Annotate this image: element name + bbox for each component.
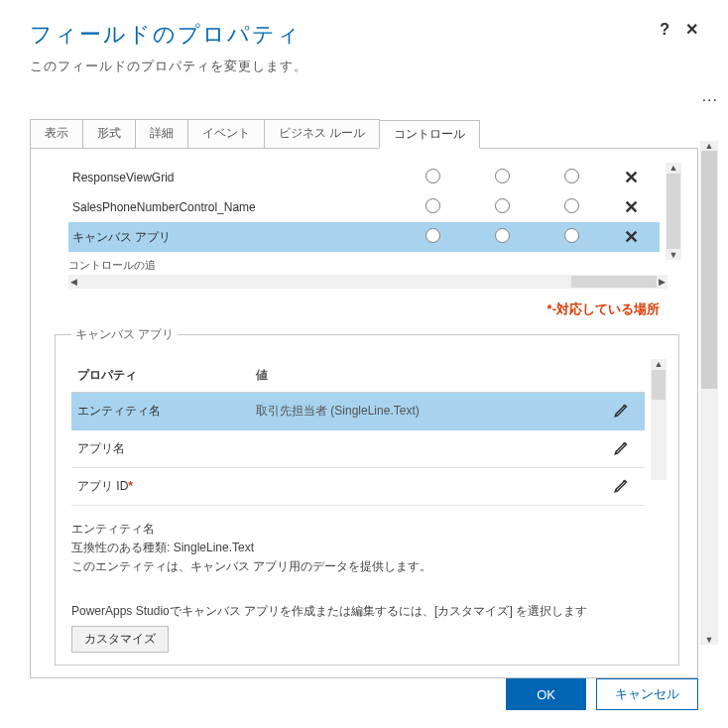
close-icon[interactable]: ✕ [685, 20, 698, 39]
radio-tablet[interactable] [564, 198, 579, 213]
tab-details[interactable]: 詳細 [135, 119, 188, 148]
help-icon[interactable]: ? [660, 21, 669, 39]
desc-name: エンティティ名 [71, 520, 667, 539]
property-value: 取引先担当者 (SingleLine.Text) [256, 403, 605, 420]
property-description: エンティティ名 互換性のある種類: SingleLine.Text このエンティ… [71, 520, 667, 577]
tab-controls[interactable]: コントロール [379, 120, 480, 149]
controls-truncated-label: コントロールの追 [43, 258, 685, 273]
desc-text: このエンティティは、キャンバス アプリ用のデータを提供します。 [71, 557, 667, 576]
scroll-right-icon[interactable]: ▶ [659, 277, 666, 287]
radio-phone[interactable] [495, 228, 510, 243]
tab-format[interactable]: 形式 [82, 119, 136, 148]
controls-hscrollbar[interactable]: ◀ ▶ [68, 275, 667, 289]
scroll-down-icon[interactable]: ▼ [669, 250, 678, 260]
controls-list: ResponseViewGrid ✕ SalesPhoneNumberContr… [43, 163, 685, 252]
scroll-left-icon[interactable]: ◀ [70, 277, 77, 287]
property-row[interactable]: アプリ ID* [71, 468, 645, 506]
control-row[interactable]: SalesPhoneNumberControl_Name ✕ [68, 192, 660, 222]
radio-phone[interactable] [495, 169, 510, 183]
header-property: プロパティ [77, 367, 256, 384]
edit-icon[interactable] [605, 401, 639, 422]
tab-content: ResponseViewGrid ✕ SalesPhoneNumberContr… [30, 149, 698, 678]
edit-icon[interactable] [605, 438, 639, 459]
radio-web[interactable] [425, 198, 440, 213]
tabs: 表示 形式 詳細 イベント ビジネス ルール コントロール [30, 119, 698, 149]
page-subtitle: このフィールドのプロパティを変更します。 [30, 58, 698, 75]
ok-button[interactable]: OK [506, 678, 586, 710]
outer-vscrollbar[interactable]: ▲ ▼ [700, 141, 718, 645]
remove-control-icon[interactable]: ✕ [606, 198, 656, 216]
tab-business-rules[interactable]: ビジネス ルール [264, 119, 380, 148]
canvas-app-fieldset: キャンバス アプリ プロパティ 値 エンティティ名 取引先担当者 (Single… [55, 326, 679, 666]
scroll-up-icon[interactable]: ▲ [655, 359, 664, 369]
tab-display[interactable]: 表示 [30, 119, 83, 148]
cancel-button[interactable]: キャンセル [596, 678, 698, 710]
header-value: 値 [256, 367, 605, 384]
controls-vscrollbar[interactable]: ▲ ▼ [666, 163, 681, 260]
control-name: キャンバス アプリ [72, 229, 398, 246]
property-name: アプリ ID* [77, 478, 256, 495]
support-note: *-対応している場所 [43, 301, 660, 318]
overflow-menu-icon[interactable]: ... [702, 87, 718, 105]
remove-control-icon[interactable]: ✕ [606, 169, 656, 186]
canvas-legend: キャンバス アプリ [71, 326, 178, 343]
property-name: エンティティ名 [77, 403, 256, 420]
properties-vscrollbar[interactable]: ▲ [651, 359, 667, 480]
desc-compat: 互換性のある種類: SingleLine.Text [71, 539, 667, 557]
scroll-down-icon[interactable]: ▼ [705, 635, 714, 645]
scroll-up-icon[interactable]: ▲ [705, 141, 714, 151]
property-table: プロパティ 値 エンティティ名 取引先担当者 (SingleLine.Text)… [71, 359, 667, 506]
control-row[interactable]: キャンバス アプリ ✕ [68, 222, 660, 252]
radio-phone[interactable] [495, 198, 510, 213]
property-row[interactable]: アプリ名 [71, 430, 645, 468]
radio-web[interactable] [425, 228, 440, 243]
radio-web[interactable] [425, 169, 440, 183]
tab-events[interactable]: イベント [187, 119, 265, 148]
radio-tablet[interactable] [564, 169, 579, 183]
edit-icon[interactable] [605, 476, 639, 497]
scroll-up-icon[interactable]: ▲ [669, 163, 678, 173]
property-row[interactable]: エンティティ名 取引先担当者 (SingleLine.Text) [71, 393, 645, 430]
page-title: フィールドのプロパティ [30, 20, 302, 50]
remove-control-icon[interactable]: ✕ [606, 228, 656, 246]
required-star-icon: * [128, 479, 133, 493]
control-name: ResponseViewGrid [72, 171, 398, 184]
property-header: プロパティ 値 [71, 359, 645, 393]
property-name: アプリ名 [77, 440, 256, 457]
control-name: SalesPhoneNumberControl_Name [72, 200, 398, 214]
customize-button[interactable]: カスタマイズ [71, 626, 169, 653]
studio-note: PowerApps Studioでキャンバス アプリを作成または編集するには、[… [71, 603, 667, 620]
radio-tablet[interactable] [564, 228, 579, 243]
control-row[interactable]: ResponseViewGrid ✕ [68, 163, 660, 192]
dialog-footer: OK キャンセル [506, 678, 698, 710]
